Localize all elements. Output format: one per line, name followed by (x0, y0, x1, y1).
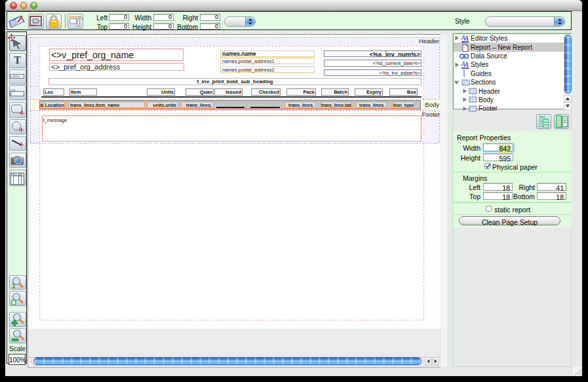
svg-text:Main: Main (539, 115, 545, 119)
svg-text:1: 1 (12, 282, 16, 290)
svg-text:Iba: Iba (14, 174, 17, 176)
svg-text:E.b.h: E.b.h (539, 125, 544, 128)
